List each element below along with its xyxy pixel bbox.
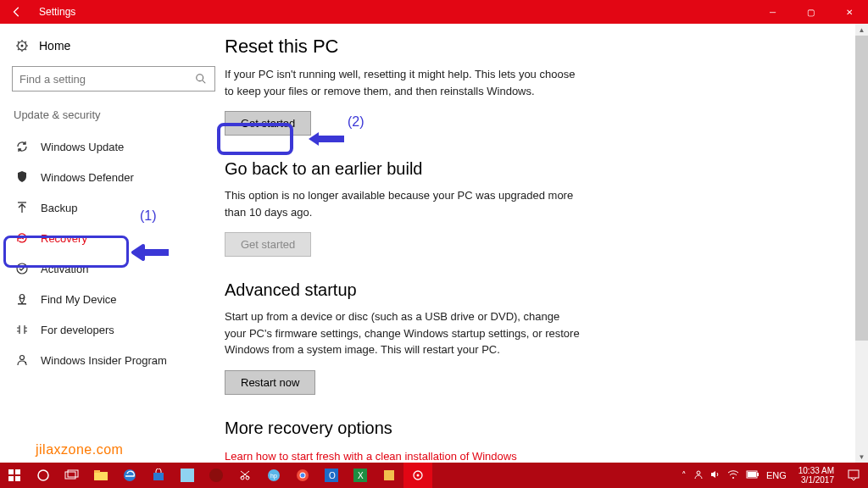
svg-point-16: [38, 470, 48, 480]
app-icon-3[interactable]: [375, 463, 403, 488]
person-icon: [15, 353, 29, 367]
search-input[interactable]: [12, 66, 215, 92]
outlook-icon[interactable]: O: [317, 463, 346, 488]
sidebar-item-label: Windows Insider Program: [41, 354, 167, 367]
clock-date: 3/1/2017: [798, 475, 834, 485]
maximize-button[interactable]: ▢: [792, 0, 830, 24]
sidebar-item-label: Windows Defender: [41, 171, 134, 184]
svg-point-5: [17, 263, 27, 274]
sync-icon: [15, 140, 29, 153]
sidebar-item-insider-program[interactable]: Windows Insider Program: [12, 345, 208, 375]
clock-time: 10:33 AM: [798, 466, 834, 475]
search-icon: [194, 72, 208, 86]
close-button[interactable]: ✕: [830, 0, 868, 24]
start-button[interactable]: [0, 463, 29, 488]
file-explorer-icon[interactable]: [86, 463, 115, 488]
location-icon: [15, 292, 29, 306]
svg-point-9: [25, 362, 26, 363]
hp-icon[interactable]: hp: [259, 463, 288, 488]
advanced-body: Start up from a device or disc (such as …: [225, 308, 581, 358]
svg-rect-23: [181, 469, 194, 482]
svg-rect-22: [153, 473, 164, 480]
scroll-down-button[interactable]: ▼: [855, 451, 868, 463]
task-view-icon[interactable]: [58, 463, 86, 488]
svg-rect-7: [18, 303, 26, 305]
app-icon-1[interactable]: [173, 463, 202, 488]
chrome-icon[interactable]: [288, 463, 317, 488]
svg-rect-19: [94, 472, 108, 480]
svg-point-8: [20, 356, 25, 360]
titlebar: Settings ─ ▢ ✕: [0, 0, 868, 24]
sidebar-item-label: Find My Device: [41, 293, 117, 306]
sidebar-item-backup[interactable]: Backup: [12, 192, 208, 223]
taskbar-clock[interactable]: 10:33 AM 3/1/2017: [793, 466, 839, 485]
svg-rect-13: [15, 469, 20, 474]
minimize-button[interactable]: ─: [754, 0, 792, 24]
svg-point-2: [197, 75, 203, 81]
tray-volume-icon[interactable]: [710, 469, 721, 481]
svg-text:hp: hp: [270, 473, 277, 480]
goback-get-started-button: Get started: [225, 232, 311, 257]
excel-icon[interactable]: X: [346, 463, 375, 488]
edge-icon[interactable]: [115, 463, 144, 488]
goback-body: This option is no longer available becau…: [225, 187, 581, 220]
scroll-up-button[interactable]: ▲: [855, 24, 868, 36]
svg-point-31: [301, 474, 305, 478]
home-label: Home: [39, 39, 70, 53]
sidebar-item-recovery[interactable]: Recovery: [12, 223, 208, 253]
svg-rect-36: [384, 470, 394, 480]
sidebar-item-label: Windows Update: [41, 141, 124, 153]
tray-people-icon[interactable]: [693, 469, 704, 481]
snip-icon[interactable]: [231, 463, 259, 488]
back-button[interactable]: [0, 0, 34, 24]
category-header: Update & security: [12, 108, 208, 121]
tray-battery-icon[interactable]: [746, 470, 760, 480]
sidebar-item-for-developers[interactable]: For developers: [12, 314, 208, 345]
tray-chevron-icon[interactable]: ˄: [682, 470, 687, 481]
gear-icon: [15, 39, 29, 53]
restart-now-button[interactable]: Restart now: [225, 370, 315, 395]
sidebar-item-windows-defender[interactable]: Windows Defender: [12, 162, 208, 192]
goback-heading: Go back to an earlier build: [225, 159, 834, 179]
sidebar-item-activation[interactable]: Activation: [12, 253, 208, 284]
advanced-heading: Advanced startup: [225, 280, 834, 300]
svg-rect-20: [94, 470, 100, 473]
svg-point-1: [21, 45, 24, 47]
svg-point-6: [20, 295, 25, 299]
sidebar-item-find-my-device[interactable]: Find My Device: [12, 284, 208, 314]
svg-rect-43: [748, 472, 756, 477]
svg-rect-42: [757, 473, 759, 476]
svg-rect-18: [68, 470, 78, 477]
system-tray[interactable]: ˄ ENG: [675, 469, 793, 481]
store-icon[interactable]: [144, 463, 173, 488]
svg-point-39: [697, 471, 700, 474]
tray-language[interactable]: ENG: [766, 470, 787, 480]
sidebar-item-windows-update[interactable]: Windows Update: [12, 131, 208, 162]
svg-rect-12: [8, 469, 14, 474]
sidebar-item-label: Recovery: [41, 232, 87, 245]
developer-icon: [15, 323, 29, 336]
reset-get-started-button[interactable]: Get started: [225, 111, 311, 136]
svg-rect-14: [8, 476, 14, 481]
svg-text:X: X: [358, 471, 364, 480]
app-icon-2[interactable]: [202, 463, 231, 488]
scroll-thumb[interactable]: [855, 36, 868, 341]
svg-rect-24: [209, 469, 223, 482]
action-center-icon[interactable]: [839, 463, 868, 488]
svg-rect-44: [849, 470, 859, 478]
svg-rect-15: [15, 476, 20, 481]
fresh-install-link[interactable]: Learn how to start fresh with a clean in…: [225, 450, 517, 463]
settings-taskbar-icon[interactable]: [403, 463, 432, 488]
svg-point-40: [732, 477, 734, 479]
main-content: Reset this PC If your PC isn't running w…: [216, 24, 868, 463]
cortana-icon[interactable]: [29, 463, 58, 488]
tray-wifi-icon[interactable]: [727, 469, 739, 481]
svg-text:O: O: [329, 471, 336, 480]
scrollbar[interactable]: ▲ ▼: [855, 24, 868, 463]
home-button[interactable]: Home: [12, 36, 208, 66]
svg-point-38: [417, 474, 420, 477]
check-circle-icon: [15, 262, 29, 275]
svg-line-3: [203, 80, 206, 84]
sidebar-item-label: Activation: [41, 263, 88, 275]
more-heading: More recovery options: [225, 419, 834, 438]
